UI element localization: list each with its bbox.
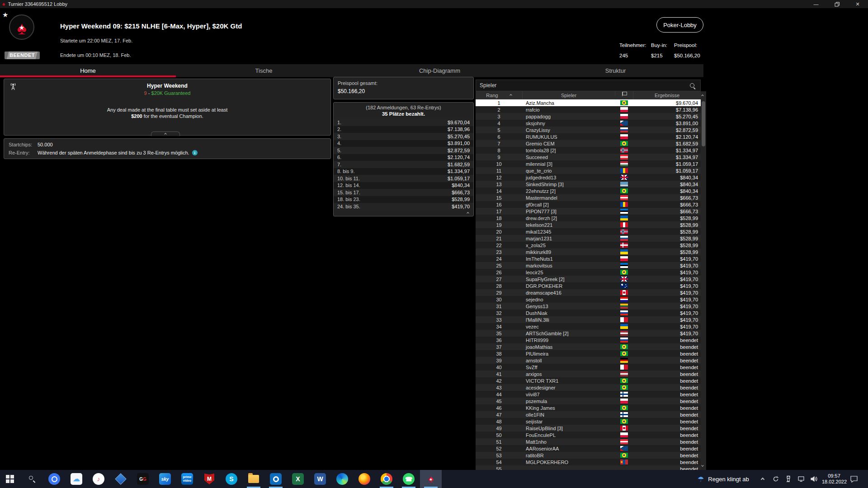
player-row[interactable]: 37joaoMathiasbeendet: [476, 343, 701, 350]
player-row[interactable]: 40SvZffbeendet: [476, 364, 701, 371]
player-row[interactable]: 19tekelson221$528,99: [476, 221, 701, 228]
player-row[interactable]: 39arnstollbeendet: [476, 357, 701, 364]
player-row[interactable]: 38PlUlimeirabeendet: [476, 350, 701, 357]
player-row[interactable]: 25markovitsus$419,70: [476, 262, 701, 269]
player-row[interactable]: 24ImTheNuts1$419,70: [476, 255, 701, 262]
search-icon[interactable]: [26, 473, 38, 485]
player-row[interactable]: 12judgedredd13$840,34: [476, 174, 701, 181]
tab-home[interactable]: Home: [0, 64, 176, 77]
scroll-down-icon[interactable]: [701, 464, 704, 467]
prime-video-icon[interactable]: primevideo: [181, 473, 193, 485]
player-row[interactable]: 15Mastermandel$666,73: [476, 194, 701, 201]
chevron-up-icon[interactable]: [467, 212, 469, 215]
column-header-ergebnisse[interactable]: Ergebnisse: [633, 91, 701, 99]
player-row[interactable]: 36HITRII999beendet: [476, 337, 701, 343]
player-row[interactable]: 42VICTOR TXR1beendet: [476, 377, 701, 384]
excel-icon[interactable]: X: [292, 473, 304, 485]
player-row[interactable]: 16gf0rcall [2]$666,73: [476, 201, 701, 208]
tab-chip-diagramm[interactable]: Chip-Diagramm: [352, 64, 528, 77]
pokerstars-icon[interactable]: ♠★: [425, 473, 437, 485]
player-row[interactable]: 29dreamscape416$419,70: [476, 289, 701, 296]
column-header-rang[interactable]: Rang: [476, 91, 522, 99]
player-row[interactable]: 22x_zola25$528,99: [476, 242, 701, 249]
players-scrollbar[interactable]: [701, 91, 706, 470]
whatsapp-icon[interactable]: ☎: [402, 473, 415, 485]
column-header-spieler[interactable]: Spieler: [522, 91, 615, 99]
taskbar-clock[interactable]: 09:57 18.02.2022: [822, 470, 846, 488]
player-row[interactable]: 46KKing Jamesbeendet: [476, 404, 701, 411]
player-row[interactable]: 50FouEnculePLbeendet: [476, 432, 701, 438]
player-row[interactable]: 54MGLPOKERHERObeendet: [476, 459, 701, 465]
ggpoker-icon[interactable]: GG: [137, 473, 149, 485]
player-row[interactable]: 23mikkirurk89$528,99: [476, 249, 701, 255]
tray-sync-icon[interactable]: [772, 470, 779, 488]
player-row[interactable]: 49RaiseUpBlind [3]beendet: [476, 425, 701, 432]
player-row[interactable]: 7Gremio CEM$1.682,59: [476, 140, 701, 147]
player-row[interactable]: 2rrafcio$7.138,96: [476, 106, 701, 113]
poker-lobby-button[interactable]: Poker-Lobby: [656, 17, 703, 33]
player-row[interactable]: 28DGR.POKEHER$419,70: [476, 282, 701, 289]
favorite-star-icon[interactable]: ★: [2, 11, 8, 19]
player-row[interactable]: 4sksjohny$3.891,00: [476, 120, 701, 127]
player-row[interactable]: 21marjan1231$528,99: [476, 235, 701, 242]
player-row[interactable]: 1422ehnutzz [2]$840,34: [476, 188, 701, 194]
player-row[interactable]: 55beendet: [476, 465, 701, 470]
player-row[interactable]: 6RUMUKULUS$2.120,74: [476, 133, 701, 140]
tab-tische[interactable]: Tische: [176, 64, 352, 77]
tray-usb-icon[interactable]: [785, 470, 792, 488]
player-row[interactable]: 51Matt1nhobeendet: [476, 438, 701, 445]
player-row[interactable]: 26leocir25$419,70: [476, 269, 701, 276]
player-row[interactable]: 11que_te_crio$1.059,17: [476, 167, 701, 174]
player-row[interactable]: 1Aziz.Mancha$9.670,04: [476, 99, 701, 106]
player-row[interactable]: 52AARoseniorAAbeendet: [476, 445, 701, 452]
player-row[interactable]: 20mikal12345$528,99: [476, 228, 701, 235]
player-row[interactable]: 10milennial [3]$1.059,17: [476, 160, 701, 167]
player-row[interactable]: 30sejedno$419,70: [476, 296, 701, 303]
minimize-button[interactable]: —: [806, 0, 826, 8]
chrome-icon[interactable]: [380, 473, 393, 485]
notification-center-icon[interactable]: [850, 470, 858, 488]
outlook-icon[interactable]: [269, 473, 282, 485]
stars-diamond-icon[interactable]: [114, 473, 127, 485]
player-row[interactable]: 35ARTSchGamble [2]$419,70: [476, 330, 701, 337]
start-icon[interactable]: [4, 473, 16, 485]
player-row[interactable]: 45pszemulabeendet: [476, 398, 701, 404]
mcafee-icon[interactable]: M: [203, 473, 216, 485]
itunes-icon[interactable]: ♪: [92, 473, 105, 485]
edge-icon[interactable]: [336, 473, 349, 485]
player-row[interactable]: 53ratitoBRbeendet: [476, 452, 701, 459]
word-icon[interactable]: W: [314, 473, 326, 485]
close-button[interactable]: ✕: [847, 0, 868, 8]
info-icon[interactable]: i: [192, 150, 198, 155]
player-row[interactable]: 33l'MalliN.3lli$419,70: [476, 316, 701, 323]
skype-icon[interactable]: S: [225, 473, 238, 485]
player-row[interactable]: 32DushNiak$419,70: [476, 310, 701, 316]
column-header-flag[interactable]: [615, 91, 633, 96]
player-search-input[interactable]: [480, 80, 679, 91]
player-row[interactable]: 41arxigosbeendet: [476, 371, 701, 377]
player-row[interactable]: 13SinkedShrimp [3]$840,34: [476, 181, 701, 188]
tab-struktur[interactable]: Struktur: [528, 64, 703, 77]
player-row[interactable]: 9Succeeed$1.334,97: [476, 154, 701, 160]
player-row[interactable]: 31Genyss13$419,70: [476, 303, 701, 310]
player-row[interactable]: 18drew.derzh [2]$528,99: [476, 215, 701, 221]
scrollbar-thumb[interactable]: [702, 101, 705, 146]
icloud-icon[interactable]: ☁: [70, 473, 83, 485]
player-row[interactable]: 8tombola28 [2]$1.334,97: [476, 147, 701, 154]
firefox-icon[interactable]: [358, 473, 371, 485]
tray-expand-icon[interactable]: [761, 478, 764, 481]
tray-volume-icon[interactable]: [810, 470, 818, 488]
tray-network-icon[interactable]: [797, 470, 806, 488]
file-explorer-icon[interactable]: [247, 473, 260, 485]
signal-icon[interactable]: [48, 473, 61, 485]
sky-icon[interactable]: sky: [159, 473, 171, 485]
player-row[interactable]: 44viivi87beendet: [476, 391, 701, 398]
restore-button[interactable]: [826, 0, 847, 8]
scroll-up-icon[interactable]: [701, 94, 704, 97]
player-row[interactable]: 27SupaFlyGreek [2]$419,70: [476, 276, 701, 282]
weather-widget[interactable]: ☂ Regen klingt ab: [698, 470, 749, 488]
player-row[interactable]: 34vezec$419,70: [476, 323, 701, 330]
player-row[interactable]: 3pappadogg$5.270,45: [476, 113, 701, 120]
info-collapse-button[interactable]: [151, 131, 180, 136]
player-row[interactable]: 5CrazyLissy$2.872,59: [476, 127, 701, 133]
